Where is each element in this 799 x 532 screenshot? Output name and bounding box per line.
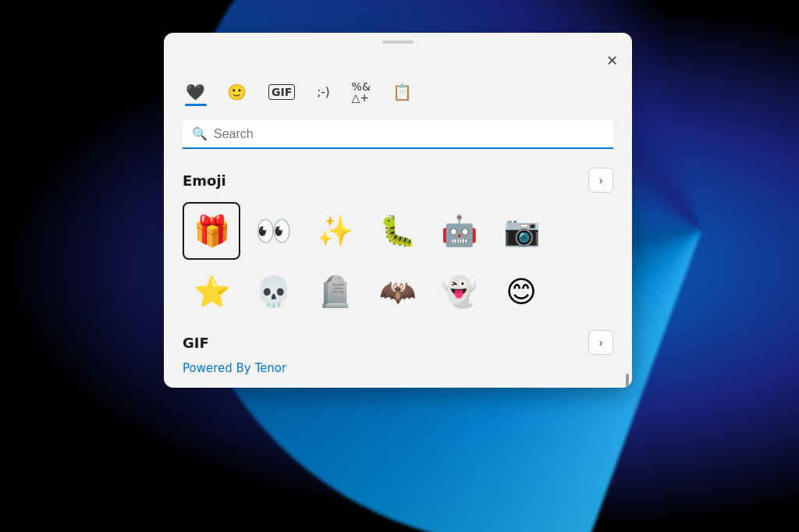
scrollbar-thumb	[626, 374, 629, 388]
emoji-eyes[interactable]: 👀	[244, 202, 302, 260]
search-bar: 🔍	[183, 120, 613, 149]
tab-clipboard[interactable]: 📋	[392, 83, 412, 106]
tab-emoji[interactable]: 🙂	[227, 83, 247, 106]
emoji-tombstone[interactable]: 🪦	[307, 263, 364, 321]
search-input[interactable]	[214, 127, 604, 141]
kaomoji-icon: ;-)	[317, 85, 329, 99]
gif-section-title: GIF	[183, 335, 209, 351]
emoji-section-title: Emoji	[183, 172, 226, 189]
tab-bar: 🖤 🙂 GIF ;-) %&△+ 📋	[164, 75, 632, 108]
search-icon: 🔍	[192, 126, 208, 141]
emoji-bat[interactable]: 🦇	[368, 263, 426, 321]
tab-kaomoji[interactable]: ;-)	[317, 85, 329, 104]
tab-symbols[interactable]: %&△+	[352, 81, 371, 108]
emoji-section-header: Emoji ›	[183, 168, 613, 193]
emoji-icon: 🙂	[227, 83, 247, 101]
emoji-picker-panel: ✕ 🖤 🙂 GIF ;-) %&△+ 📋 🔍 Emoji ›	[164, 33, 632, 388]
gif-section-arrow[interactable]: ›	[588, 330, 613, 355]
emoji-empty-2	[555, 263, 613, 321]
emoji-robot[interactable]: 🤖	[431, 202, 488, 260]
emoji-ghost[interactable]: 👻	[431, 263, 488, 321]
symbols-icon: %&△+	[352, 81, 371, 103]
panel-content: Emoji › 🎁 👀 ✨ 🐛 🤖 📷	[164, 155, 632, 388]
emoji-skull[interactable]: 💀	[244, 263, 302, 321]
favorites-icon: 🖤	[186, 83, 205, 101]
tab-gif[interactable]: GIF	[268, 84, 295, 105]
clipboard-icon: 📋	[392, 83, 412, 101]
gif-icon: GIF	[268, 84, 295, 101]
tab-favorites[interactable]: 🖤	[186, 83, 205, 106]
drag-handle-area[interactable]	[164, 33, 632, 47]
emoji-camera[interactable]: 📷	[492, 202, 550, 260]
panel-header: ✕	[164, 47, 632, 72]
gif-section-header: GIF ›	[183, 330, 613, 355]
emoji-sparkles[interactable]: ✨	[307, 202, 364, 260]
close-button[interactable]: ✕	[601, 50, 623, 72]
emoji-smiling-face[interactable]: 😊	[492, 263, 550, 321]
emoji-empty-1	[555, 202, 613, 260]
powered-by-tenor[interactable]: Powered By Tenor	[183, 361, 613, 375]
emoji-section-arrow[interactable]: ›	[588, 168, 613, 193]
emoji-grid: 🎁 👀 ✨ 🐛 🤖 📷 ⭐ 💀	[183, 202, 613, 321]
emoji-gift[interactable]: 🎁	[183, 202, 240, 260]
drag-handle	[382, 41, 414, 44]
emoji-caterpillar[interactable]: 🐛	[368, 202, 426, 260]
emoji-star[interactable]: ⭐	[183, 263, 240, 321]
